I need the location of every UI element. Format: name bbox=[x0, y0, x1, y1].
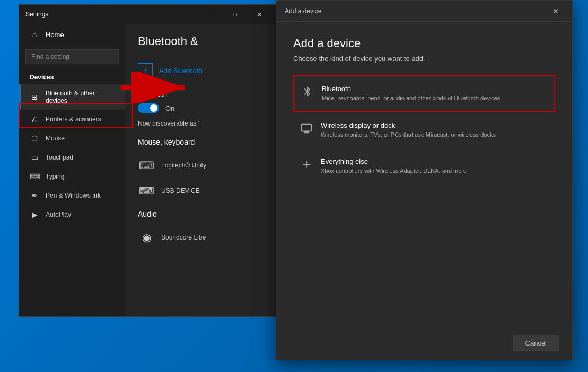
discoverable-text: Now discoverable as " bbox=[138, 120, 265, 127]
sidebar-search-container bbox=[19, 45, 125, 68]
page-title: Bluetooth & bbox=[138, 34, 265, 48]
wireless-display-title: Wireless display or dock bbox=[321, 121, 496, 129]
bluetooth-option[interactable]: Bluetooth Mice, keyboards, pens, or audi… bbox=[293, 75, 555, 112]
sidebar-printers-label: Printers & scanners bbox=[46, 116, 101, 123]
wireless-display-option[interactable]: Wireless display or dock Wireless monito… bbox=[293, 113, 555, 147]
everything-else-option-text: Everything else Xbox controllers with Wi… bbox=[321, 157, 467, 175]
sidebar-item-home[interactable]: ⌂ Home bbox=[19, 24, 125, 45]
device-name-usb: USB DEVICE bbox=[161, 187, 200, 194]
pen-icon: ✒ bbox=[30, 191, 39, 200]
sidebar-item-touchpad[interactable]: ▭ Touchpad bbox=[19, 148, 125, 167]
sidebar-typing-label: Typing bbox=[46, 173, 64, 180]
dialog-titlebar: Add a device ✕ bbox=[276, 1, 572, 22]
settings-window: Settings — □ ✕ ⌂ Home Devices ⊞ bbox=[19, 4, 278, 317]
bluetooth-devices-icon: ⊞ bbox=[30, 93, 39, 101]
sidebar-item-autoplay[interactable]: ▶ AutoPlay bbox=[19, 205, 125, 224]
device-name-soundcore: Soundcore Libe bbox=[161, 234, 206, 241]
close-button[interactable]: ✕ bbox=[247, 7, 271, 22]
devices-section-title: Devices bbox=[19, 68, 125, 84]
dialog-subtitle: Choose the kind of device you want to ad… bbox=[293, 55, 555, 63]
sidebar-item-pen[interactable]: ✒ Pen & Windows Ink bbox=[19, 186, 125, 205]
dialog-heading: Add a device bbox=[293, 37, 555, 50]
sidebar-touchpad-label: Touchpad bbox=[46, 154, 73, 161]
bluetooth-option-icon bbox=[302, 86, 313, 100]
wireless-display-icon bbox=[301, 122, 312, 137]
device-name-logitech: Logitech® Unify bbox=[161, 162, 206, 169]
bluetooth-option-text: Bluetooth Mice, keyboards, pens, or audi… bbox=[322, 85, 500, 102]
maximize-button[interactable]: □ bbox=[223, 7, 247, 22]
mouse-keyboard-header: Mouse, keyboard bbox=[138, 138, 265, 146]
add-icon: + bbox=[138, 63, 153, 78]
sidebar-item-mouse[interactable]: ⬡ Mouse bbox=[19, 129, 125, 148]
speaker-icon: ◉ bbox=[138, 229, 155, 246]
toggle-on-label: On bbox=[165, 104, 174, 112]
add-bluetooth-button[interactable]: + Add Bluetooth bbox=[138, 59, 265, 82]
wireless-display-desc: Wireless monitors, TVs, or PCs that use … bbox=[321, 131, 496, 139]
everything-else-desc: Xbox controllers with Wireless Adapter, … bbox=[321, 167, 467, 175]
keyboard-icon: ⌨ bbox=[138, 157, 155, 174]
home-label: Home bbox=[46, 31, 64, 39]
desktop: Settings — □ ✕ ⌂ Home Devices ⊞ bbox=[0, 0, 588, 372]
list-item[interactable]: ⌨ Logitech® Unify bbox=[138, 153, 265, 178]
settings-body: ⌂ Home Devices ⊞ Bluetooth & other devic… bbox=[19, 24, 278, 316]
wireless-display-option-text: Wireless display or dock Wireless monito… bbox=[321, 121, 496, 139]
add-bluetooth-label: Add Bluetooth bbox=[159, 67, 203, 75]
everything-else-option[interactable]: Everything else Xbox controllers with Wi… bbox=[293, 149, 555, 183]
titlebar-controls: — □ ✕ bbox=[198, 7, 271, 22]
bluetooth-option-title: Bluetooth bbox=[322, 85, 500, 93]
cancel-button[interactable]: Cancel bbox=[513, 335, 559, 351]
bluetooth-toggle[interactable] bbox=[138, 103, 159, 113]
settings-title: Settings bbox=[25, 11, 48, 18]
audio-header: Audio bbox=[138, 210, 265, 218]
sidebar-item-bluetooth[interactable]: ⊞ Bluetooth & other devices bbox=[19, 84, 125, 110]
sidebar-autoplay-label: AutoPlay bbox=[46, 211, 71, 218]
everything-else-title: Everything else bbox=[321, 157, 467, 165]
list-item[interactable]: ◉ Soundcore Libe bbox=[138, 225, 265, 250]
settings-titlebar: Settings — □ ✕ bbox=[19, 5, 278, 24]
add-device-dialog: Add a device ✕ Add a device Choose the k… bbox=[276, 0, 573, 360]
sidebar-item-printers[interactable]: 🖨 Printers & scanners bbox=[19, 110, 125, 129]
home-icon: ⌂ bbox=[30, 30, 39, 39]
mouse-icon: ⬡ bbox=[30, 134, 39, 143]
sidebar: ⌂ Home Devices ⊞ Bluetooth & other devic… bbox=[19, 24, 125, 316]
everything-else-icon bbox=[301, 158, 312, 173]
touchpad-icon: ▭ bbox=[30, 153, 39, 162]
autoplay-icon: ▶ bbox=[30, 210, 39, 219]
list-item[interactable]: ⌨ USB DEVICE bbox=[138, 178, 265, 203]
dialog-footer: Cancel bbox=[276, 326, 572, 360]
bluetooth-toggle-row: On bbox=[138, 103, 265, 113]
dialog-close-button[interactable]: ✕ bbox=[548, 5, 564, 17]
printer-icon: 🖨 bbox=[30, 115, 39, 123]
usb-icon: ⌨ bbox=[138, 182, 155, 199]
sidebar-bluetooth-label: Bluetooth & other devices bbox=[46, 90, 115, 104]
minimize-button[interactable]: — bbox=[198, 7, 223, 22]
sidebar-item-typing[interactable]: ⌨ Typing bbox=[19, 167, 125, 186]
bluetooth-option-desc: Mice, keyboards, pens, or audio and othe… bbox=[322, 94, 500, 102]
main-content: Bluetooth & + Add Bluetooth Bluetooth On… bbox=[125, 24, 278, 316]
dialog-body: Add a device Choose the kind of device y… bbox=[276, 22, 572, 326]
search-input[interactable] bbox=[25, 49, 119, 64]
sidebar-pen-label: Pen & Windows Ink bbox=[46, 192, 101, 199]
typing-icon: ⌨ bbox=[30, 172, 39, 181]
dialog-titlebar-title: Add a device bbox=[285, 7, 321, 15]
bluetooth-section-label: Bluetooth bbox=[138, 91, 265, 99]
sidebar-mouse-label: Mouse bbox=[46, 135, 65, 142]
